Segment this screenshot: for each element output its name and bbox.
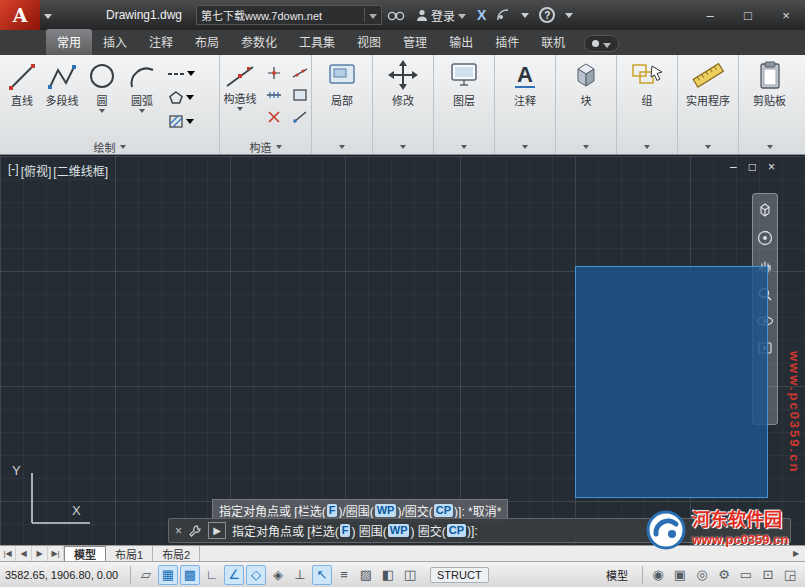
drawing-area[interactable]: [-] [俯视] [二维线框] – □ × Y X 指定对角点或 [栏选(F)/… <box>0 155 805 545</box>
ortho-mode-toggle[interactable]: ∟ <box>202 565 222 585</box>
workspace-switching-button[interactable]: ⚙ <box>714 565 734 585</box>
tab-annotate[interactable]: 注释 <box>138 29 184 55</box>
communication-center-icon[interactable] <box>491 0 516 30</box>
binoculars-icon[interactable] <box>382 0 410 30</box>
measure-tool-button[interactable] <box>262 85 286 105</box>
option-cp[interactable]: CP <box>447 524 466 537</box>
next-tab-button[interactable]: ▶ <box>32 546 48 561</box>
tab-home[interactable]: 常用 <box>46 29 92 55</box>
sign-in-button[interactable]: 登录 <box>410 7 472 24</box>
option-wp[interactable]: WP <box>375 504 397 517</box>
polyline-button[interactable]: 多段线 <box>42 57 82 107</box>
model-space-button[interactable]: 模型 <box>597 564 637 586</box>
3d-object-snap-toggle[interactable]: ◈ <box>268 565 288 585</box>
circle-button[interactable]: 圆 <box>82 57 122 113</box>
viewport-visualstyle-control[interactable]: [二维线框] <box>53 162 108 179</box>
panel-annotation-footer[interactable] <box>495 139 555 154</box>
panel-utilities-footer[interactable] <box>678 139 738 154</box>
sign-in-arrow-icon[interactable] <box>458 8 466 22</box>
tab-online[interactable]: 联机 <box>530 29 576 55</box>
tab-layout2[interactable]: 布局2 <box>153 546 200 561</box>
first-tab-button[interactable]: |◀ <box>0 546 16 561</box>
infocenter-search-input[interactable]: 第七下载www.7down.net <box>196 5 382 25</box>
block-button[interactable]: 块 <box>558 57 614 108</box>
arc-dropdown-icon[interactable] <box>139 109 145 113</box>
autocad-logo[interactable]: A <box>0 0 40 30</box>
viewport-restore-button[interactable]: □ <box>749 160 756 174</box>
option-cp[interactable]: CP <box>434 504 453 517</box>
selection-cycling-toggle[interactable]: ◫ <box>400 565 420 585</box>
region-tool-button[interactable] <box>288 85 312 105</box>
help-arrow-icon[interactable] <box>560 0 578 30</box>
object-snap-toggle[interactable]: ◇ <box>246 565 266 585</box>
panel-draw-footer[interactable]: 绘制 <box>0 139 219 154</box>
annotation-button[interactable]: A 注释 <box>497 57 553 108</box>
recent-commands-icon[interactable]: ▶ <box>208 522 226 539</box>
viewport-menu-control[interactable]: [-] <box>8 162 19 179</box>
tab-manage[interactable]: 管理 <box>392 29 438 55</box>
panel-block-footer[interactable] <box>556 139 616 154</box>
utilities-button[interactable]: 实用程序 <box>680 57 736 108</box>
option-f[interactable]: F <box>327 504 338 517</box>
tab-scroll-right-button[interactable]: ▶ <box>787 546 805 561</box>
tab-layout[interactable]: 布局 <box>184 29 230 55</box>
steering-wheel-icon[interactable] <box>757 230 773 246</box>
option-f[interactable]: F <box>340 524 351 537</box>
annotation-autoscale-button[interactable]: ▣ <box>670 565 690 585</box>
grid-display-toggle[interactable]: ▩ <box>180 565 200 585</box>
ribbon-display-toggle[interactable] <box>584 35 619 52</box>
infer-constraints-toggle[interactable]: ▱ <box>136 565 156 585</box>
panel-partial-footer[interactable] <box>312 139 372 154</box>
isolate-objects-button[interactable]: ⊡ <box>758 565 778 585</box>
linetype-flyout-button[interactable] <box>166 63 196 84</box>
toolbar-lock-button[interactable]: ▭ <box>736 565 756 585</box>
circle-dropdown-icon[interactable] <box>99 109 105 113</box>
panel-construction-footer[interactable]: 构造 <box>220 139 311 154</box>
exchange-apps-icon[interactable]: X <box>472 7 491 23</box>
quick-properties-toggle[interactable]: ◧ <box>378 565 398 585</box>
struct-button[interactable]: STRUCT <box>430 567 489 583</box>
viewport-close-button[interactable]: × <box>768 160 775 174</box>
xmark-tool-button[interactable] <box>262 107 286 127</box>
tab-toolsets[interactable]: 工具集 <box>288 29 346 55</box>
panel-group-footer[interactable] <box>617 139 677 154</box>
panel-layers-footer[interactable] <box>434 139 494 154</box>
point-tool-button[interactable] <box>262 63 286 83</box>
construction-line-button[interactable]: 构造线 <box>222 57 258 111</box>
tab-model[interactable]: 模型 <box>64 546 106 561</box>
dynamic-input-toggle[interactable]: ↖ <box>312 565 332 585</box>
tab-output[interactable]: 输出 <box>438 29 484 55</box>
viewport-view-control[interactable]: [俯视] <box>21 162 52 179</box>
prev-tab-button[interactable]: ◀ <box>16 546 32 561</box>
tab-view[interactable]: 视图 <box>346 29 392 55</box>
comm-center-arrow-icon[interactable] <box>516 0 534 30</box>
polar-tracking-toggle[interactable]: ∠ <box>224 565 244 585</box>
modify-button[interactable]: 修改 <box>375 57 431 108</box>
clean-screen-button[interactable]: ◲ <box>780 565 800 585</box>
clipboard-button[interactable]: 剪贴板 <box>741 57 798 108</box>
wrench-icon[interactable] <box>188 524 202 538</box>
polygon-flyout-button[interactable] <box>166 87 196 108</box>
tab-insert[interactable]: 插入 <box>92 29 138 55</box>
help-button[interactable]: ? <box>534 0 560 30</box>
ray-tool-button[interactable] <box>288 107 312 127</box>
panel-modify-footer[interactable] <box>373 139 433 154</box>
restore-button[interactable]: □ <box>729 0 767 30</box>
tab-plugins[interactable]: 插件 <box>484 29 530 55</box>
hatch-flyout-button[interactable] <box>166 111 196 132</box>
annotation-visibility-button[interactable]: ◉ <box>648 565 668 585</box>
tab-parametric[interactable]: 参数化 <box>230 29 288 55</box>
viewcube-icon[interactable] <box>756 202 774 218</box>
tab-layout1[interactable]: 布局1 <box>106 546 153 561</box>
transparency-toggle[interactable]: ▨ <box>356 565 376 585</box>
dynamic-ucs-toggle[interactable]: ⊥ <box>290 565 310 585</box>
arc-button[interactable]: 圆弧 <box>122 57 162 113</box>
group-button[interactable]: 组 <box>619 57 675 108</box>
minimize-button[interactable]: – <box>691 0 729 30</box>
close-button[interactable]: × <box>767 0 805 30</box>
viewport-minimize-button[interactable]: – <box>730 160 737 174</box>
app-menu-arrow-icon[interactable] <box>44 8 52 22</box>
command-close-icon[interactable]: × <box>175 524 182 538</box>
line-button[interactable]: 直线 <box>2 57 42 107</box>
partial-button[interactable]: 局部 <box>314 57 370 108</box>
